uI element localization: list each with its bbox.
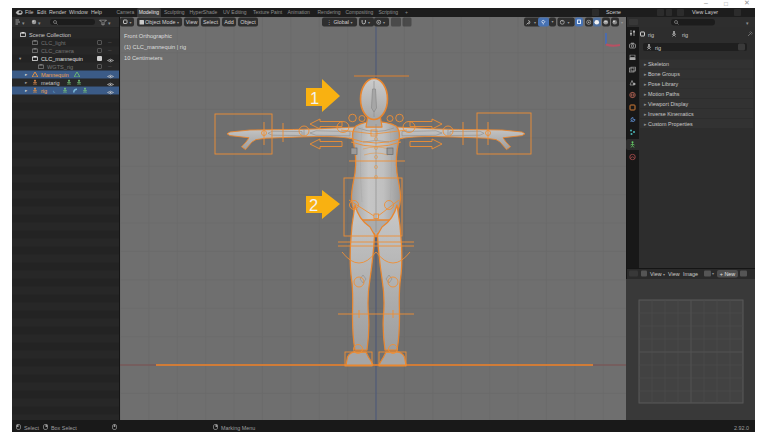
svg-text:2: 2 [309,196,318,214]
svg-text:(1) CLC_mannequin | rig: (1) CLC_mannequin | rig [124,44,186,50]
svg-text:10 Centimeters: 10 Centimeters [124,55,163,61]
svg-text:Front Orthographic: Front Orthographic [124,33,172,39]
svg-text:1: 1 [310,89,319,107]
